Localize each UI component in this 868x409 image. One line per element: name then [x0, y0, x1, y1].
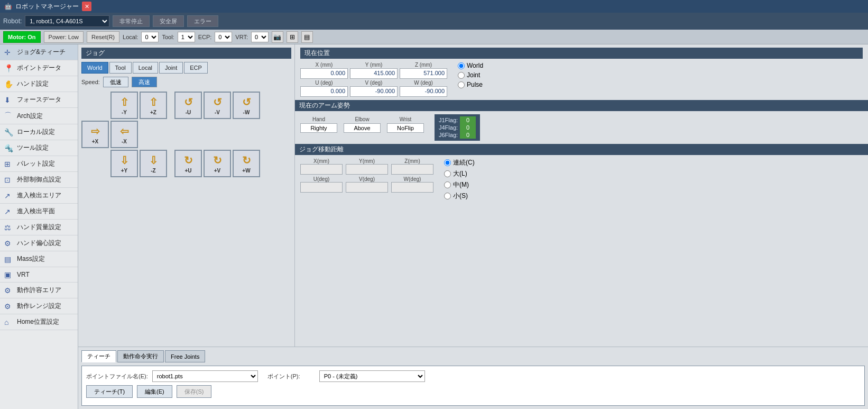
- mode-btn-tool[interactable]: Tool: [109, 62, 132, 74]
- sidebar-item-mass-setting[interactable]: ▤ Mass設定: [0, 251, 78, 267]
- j6flag-label: J6Flag:: [439, 132, 458, 138]
- radio-medium[interactable]: 中(M): [444, 180, 475, 189]
- table-icon[interactable]: ▤: [301, 31, 313, 43]
- local-select[interactable]: 0: [141, 32, 159, 42]
- jog-plus-z-button[interactable]: ⇧ +Z: [140, 92, 167, 119]
- radio-large[interactable]: 大(L): [444, 169, 475, 178]
- mode-btn-joint[interactable]: Joint: [159, 62, 183, 74]
- radio-medium-input[interactable]: [444, 181, 451, 188]
- mode-btn-world[interactable]: World: [81, 62, 108, 74]
- jog-minus-z-button[interactable]: ⇩ -Z: [140, 150, 167, 177]
- position-section: 現在位置 X (mm) 0.000 Y (mm): [295, 44, 868, 100]
- jog-minus-v-button[interactable]: ↺ -V: [204, 92, 231, 119]
- close-button[interactable]: ✕: [82, 2, 91, 11]
- motor-on-button[interactable]: Motor: On: [3, 31, 41, 43]
- tab-motion-cmd[interactable]: 動作命令実行: [117, 350, 164, 362]
- jog-plus-x-button[interactable]: ⇨ +X: [81, 121, 109, 148]
- speed-high-button[interactable]: 高速: [132, 77, 157, 87]
- jog-minus-x-button[interactable]: ⇦ -X: [110, 121, 138, 148]
- jog-dist-z-input[interactable]: [391, 164, 433, 175]
- arm-posture-title: 現在のアーム姿勢: [295, 100, 868, 111]
- reset-button[interactable]: Reset(R): [87, 31, 119, 43]
- sidebar-item-entry-exit-plane[interactable]: ↗ 進入検出平面: [0, 204, 78, 220]
- radio-small-input[interactable]: [444, 193, 451, 199]
- sidebar: ✛ ジョグ&ティーチ 📍 ポイントデータ ✋ ハンド設定 ⬇ フォースデータ ⌒…: [0, 44, 78, 409]
- radio-pulse-input[interactable]: [458, 81, 465, 88]
- vrt-select[interactable]: 0: [251, 32, 269, 42]
- sidebar-item-hand-mass[interactable]: ⚖ ハンド質量設定: [0, 220, 78, 235]
- radio-joint-input[interactable]: [458, 72, 465, 79]
- edit-button[interactable]: 編集(E): [137, 385, 172, 398]
- jog-plus-v-button[interactable]: ↻ +V: [204, 150, 231, 177]
- point-select[interactable]: P0 - (未定義): [319, 370, 425, 382]
- ecp-select[interactable]: 0: [215, 32, 232, 42]
- robot-select[interactable]: 1, robot1, C4-A601S: [25, 15, 109, 27]
- y-label: Y (mm): [365, 62, 383, 68]
- sidebar-item-label: 進入検出平面: [17, 207, 55, 216]
- sidebar-item-label: ハンド設定: [17, 79, 49, 88]
- tool-setting-icon: 🔩: [4, 144, 14, 152]
- jog-teach-icon: ✛: [4, 48, 14, 57]
- sidebar-item-home-position[interactable]: ⌂ Home位置設定: [0, 314, 78, 330]
- jog-dist-u-input[interactable]: [300, 182, 343, 193]
- hand-value: Righty: [300, 123, 337, 133]
- tool-select[interactable]: 1: [178, 32, 195, 42]
- jog-minus-y-button[interactable]: ⇧ -Y: [110, 92, 138, 119]
- emergency-stop-button[interactable]: 非常停止: [113, 15, 150, 27]
- radio-small[interactable]: 小(S): [444, 192, 475, 201]
- point-file-select[interactable]: robot1.pts: [152, 370, 258, 382]
- jog-distance-section: ジョグ移動距離 X(mm) Y(mm): [295, 144, 868, 204]
- jog-dist-radio-group: 連続(C) 大(L) 中(M): [444, 158, 475, 201]
- jog-dist-v-input[interactable]: [346, 182, 388, 193]
- w-value: -90.000: [400, 86, 447, 97]
- grid-icon[interactable]: ⊞: [287, 31, 298, 43]
- radio-continuous[interactable]: 連続(C): [444, 158, 475, 167]
- sidebar-item-entry-exit-area[interactable]: ↗ 進入検出エリア: [0, 188, 78, 204]
- vrt-icon: ▣: [4, 270, 14, 279]
- jog-plus-w-button[interactable]: ↻ +W: [233, 150, 260, 177]
- sidebar-item-tool-setting[interactable]: 🔩 ツール設定: [0, 140, 78, 156]
- force-data-icon: ⬇: [4, 96, 14, 104]
- jog-panel: ジョグ World Tool Local Joint ECP Speed: 低速…: [78, 44, 295, 347]
- elbow-value: Above: [344, 123, 381, 133]
- jog-minus-u-button[interactable]: ↺ -U: [174, 92, 202, 119]
- error-button[interactable]: エラー: [187, 15, 218, 27]
- sidebar-item-pallet-setting[interactable]: ⊞ パレット設定: [0, 156, 78, 172]
- sidebar-item-motion-range[interactable]: ⚙ 動作レンジ設定: [0, 298, 78, 314]
- safety-wall-button[interactable]: 安全屏: [153, 15, 184, 27]
- radio-large-input[interactable]: [444, 170, 451, 177]
- sidebar-item-vrt[interactable]: ▣ VRT: [0, 267, 78, 283]
- teach-button[interactable]: ティーチ(T): [86, 385, 133, 398]
- radio-world-input[interactable]: [458, 62, 465, 69]
- camera-icon[interactable]: 📷: [272, 31, 283, 43]
- radio-world[interactable]: World: [458, 62, 483, 69]
- sidebar-item-hand-offset[interactable]: ⚙ ハンド偏心設定: [0, 235, 78, 251]
- sidebar-item-jog-teach[interactable]: ✛ ジョグ&ティーチ: [0, 44, 78, 60]
- radio-joint[interactable]: Joint: [458, 71, 483, 79]
- power-low-button[interactable]: Power: Low: [44, 31, 84, 43]
- pos-cell-y: Y (mm) 415.000: [350, 62, 398, 79]
- jog-dist-x-input[interactable]: [300, 164, 343, 175]
- radio-continuous-input[interactable]: [444, 159, 451, 166]
- sidebar-item-arch-setting[interactable]: ⌒ Arch設定: [0, 108, 78, 124]
- sidebar-item-local-setting[interactable]: 🔧 ローカル設定: [0, 124, 78, 140]
- local-setting-icon: 🔧: [4, 128, 14, 137]
- speed-low-button[interactable]: 低速: [103, 77, 128, 87]
- sidebar-item-motion-area[interactable]: ⚙ 動作許容エリア: [0, 283, 78, 298]
- mode-btn-local[interactable]: Local: [133, 62, 158, 74]
- jog-plus-u-button[interactable]: ↻ +U: [174, 150, 202, 177]
- sidebar-item-label: ローカル設定: [17, 128, 55, 137]
- sidebar-item-point-data[interactable]: 📍 ポイントデータ: [0, 60, 78, 76]
- mode-btn-ecp[interactable]: ECP: [184, 62, 208, 74]
- sidebar-item-ext-control[interactable]: ⊡ 外部制御点設定: [0, 172, 78, 188]
- jog-plus-y-button[interactable]: ⇩ +Y: [110, 150, 138, 177]
- jog-dist-w-input[interactable]: [391, 182, 433, 193]
- jog-dist-y-input[interactable]: [346, 164, 388, 175]
- tab-teach[interactable]: ティーチ: [81, 350, 116, 362]
- radio-pulse[interactable]: Pulse: [458, 81, 483, 88]
- sidebar-item-hand-setting[interactable]: ✋ ハンド設定: [0, 76, 78, 92]
- sidebar-item-force-data[interactable]: ⬇ フォースデータ: [0, 92, 78, 108]
- jog-minus-w-button[interactable]: ↺ -W: [233, 92, 260, 119]
- save-button[interactable]: 保存(S): [177, 385, 212, 398]
- tab-free-joints[interactable]: Free Joints: [165, 350, 205, 362]
